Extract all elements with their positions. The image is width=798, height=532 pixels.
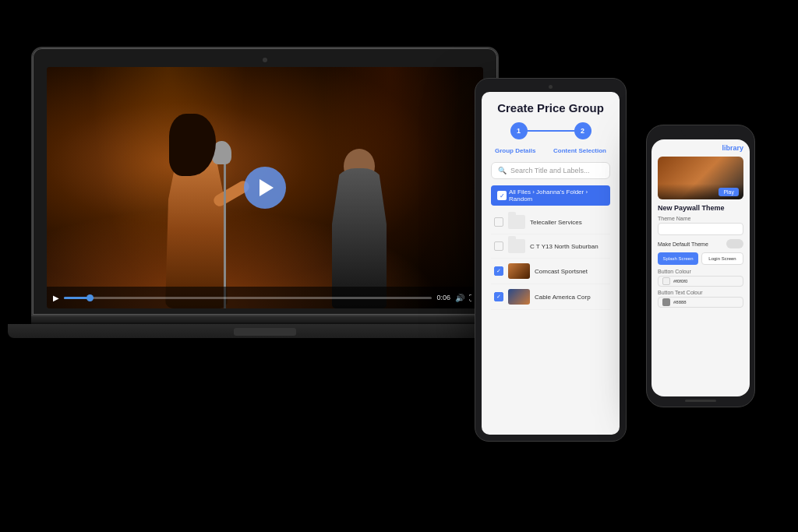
step-1-circle: 1	[510, 122, 528, 139]
phone-nav-link[interactable]: library	[722, 144, 743, 152]
singer-figure	[134, 106, 259, 308]
theme-name-label: Theme Name	[658, 216, 743, 221]
file-checkbox-3[interactable]: ✓	[494, 266, 503, 276]
laptop-screen: ▶ 0:06 🔊 ⛶	[47, 67, 483, 308]
button-text-colour-swatch[interactable]: #8888	[658, 297, 743, 308]
breadcrumb-checkbox[interactable]: ✓	[497, 191, 507, 200]
theme-name-input[interactable]	[658, 223, 743, 235]
file-checkbox-4[interactable]: ✓	[494, 292, 503, 301]
progress-dot	[87, 294, 94, 301]
button-text-colour-label: Button Text Colour	[658, 290, 743, 295]
thumbnail-4	[508, 289, 530, 305]
mic-stand	[224, 153, 226, 308]
button-colour-dot	[662, 277, 670, 285]
step-2-circle: 2	[574, 122, 591, 139]
play-icon[interactable]: ▶	[53, 294, 59, 302]
step-2-number: 2	[581, 127, 584, 135]
splash-screen-label: Splash Screen	[662, 256, 693, 261]
folder-icon	[508, 215, 525, 229]
file-checkbox-1[interactable]	[494, 217, 503, 227]
tablet-content: Create Price Group 1 2 Group Details Con…	[482, 92, 620, 319]
search-icon: 🔍	[498, 167, 507, 174]
screen-type-buttons: Splash Screen Login Screen	[658, 252, 743, 265]
file-name-4: Cable America Corp	[535, 294, 607, 301]
file-name-3: Comcast Sportsnet	[535, 268, 607, 275]
button-colour-swatch[interactable]: #f0f0f0	[658, 276, 743, 287]
search-box[interactable]: 🔍 Search Title and Labels...	[491, 162, 610, 179]
breadcrumb-text: All Files › Johanna's Folder › Random	[509, 188, 604, 203]
phone-notch	[681, 130, 720, 136]
file-row-3: ✓ Comcast Sportsnet	[491, 259, 610, 284]
laptop-frame: ▶ 0:06 🔊 ⛶	[31, 47, 499, 316]
splash-screen-button[interactable]: Splash Screen	[658, 252, 698, 265]
phone-header: library	[658, 144, 743, 152]
file-row-2: C T Y13 North Suburban	[491, 234, 610, 259]
scene: ▶ 0:06 🔊 ⛶ Create Price Grou	[0, 0, 798, 532]
laptop-base	[8, 324, 522, 338]
step-labels: Group Details Content Selection	[491, 147, 610, 154]
check-icon-3: ✓	[496, 268, 501, 274]
play-button[interactable]	[244, 167, 286, 209]
button-text-colour-dot	[662, 298, 670, 306]
file-row-4: ✓ Cable America Corp	[491, 284, 610, 310]
singer-body	[165, 153, 228, 308]
search-placeholder: Search Title and Labels...	[510, 167, 590, 174]
folder-icon-2	[508, 239, 525, 253]
play-triangle-icon	[260, 179, 274, 196]
button-text-colour-value: #8888	[673, 300, 687, 305]
step-1-label: Group Details	[495, 147, 535, 154]
video-controls: ▶ 0:06 🔊 ⛶	[47, 287, 483, 308]
laptop-trackpad	[234, 328, 296, 336]
button-text-colour-row: Button Text Colour #8888	[658, 290, 743, 308]
breadcrumb-bar: ✓ All Files › Johanna's Folder › Random	[491, 185, 610, 206]
tablet-page-title: Create Price Group	[491, 101, 610, 115]
file-row: Telecaller Services	[491, 210, 610, 234]
make-default-toggle[interactable]	[726, 239, 743, 248]
tablet-screen: Create Price Group 1 2 Group Details Con…	[482, 92, 620, 435]
breadcrumb-check-icon: ✓	[500, 192, 505, 199]
tablet-camera	[549, 85, 553, 89]
file-name-2: C T Y13 North Suburban	[530, 243, 607, 250]
phone-play-button[interactable]: Play	[719, 188, 739, 196]
paywall-section-title: New Paywall Theme	[658, 204, 743, 212]
guitarist-figure	[309, 137, 418, 308]
make-default-row: Make Default Theme	[658, 239, 743, 248]
volume-icon[interactable]: 🔊	[455, 294, 464, 302]
login-screen-label: Login Screen	[708, 256, 736, 261]
phone-concert-thumbnail: Play	[658, 157, 743, 199]
check-icon-4: ✓	[496, 294, 501, 300]
step-1-number: 1	[517, 127, 521, 135]
file-name-1: Telecaller Services	[530, 219, 607, 226]
button-colour-row: Button Colour #f0f0f0	[658, 269, 743, 287]
laptop-hinge	[31, 316, 499, 324]
phone-device: library Play New Paywall Theme Theme Nam…	[646, 125, 755, 407]
laptop-shadow	[8, 340, 522, 346]
laptop-camera	[263, 58, 267, 62]
button-colour-value: #f0f0f0	[673, 279, 687, 284]
phone-content: library Play New Paywall Theme Theme Nam…	[651, 139, 750, 315]
laptop: ▶ 0:06 🔊 ⛶	[31, 47, 499, 346]
file-checkbox-2[interactable]	[494, 241, 503, 251]
phone-home-indicator	[685, 400, 716, 402]
thumbnail-3	[508, 263, 530, 279]
login-screen-button[interactable]: Login Screen	[701, 252, 743, 265]
button-colour-label: Button Colour	[658, 269, 743, 274]
stepper: 1 2	[491, 122, 610, 139]
step-2-label: Content Selection	[553, 147, 606, 154]
tablet-device: Create Price Group 1 2 Group Details Con…	[475, 78, 627, 442]
theme-name-row: Theme Name	[658, 216, 743, 235]
step-line	[528, 130, 574, 132]
time-display: 0:06	[436, 294, 450, 301]
phone-screen: library Play New Paywall Theme Theme Nam…	[651, 139, 750, 396]
progress-bar[interactable]	[64, 297, 432, 299]
make-default-label: Make Default Theme	[658, 241, 708, 247]
